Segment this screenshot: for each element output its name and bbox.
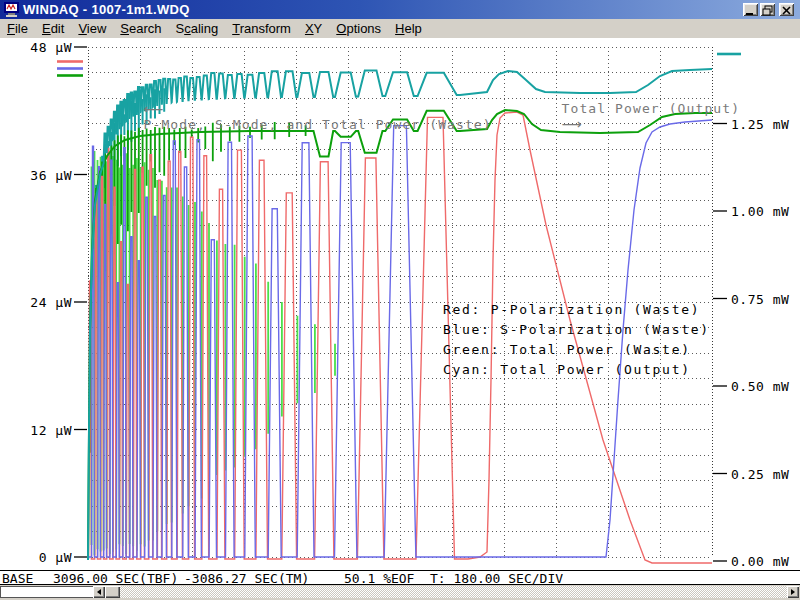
menu-file[interactable]: File [0,20,35,37]
event-marker-panel [0,586,94,598]
legend-row: Blue: S-Polarization (Waste) [443,322,710,342]
status-tm: -3086.27 SEC(TM) [184,571,309,586]
output-annotation: Total Power (Output) ⟶ [508,86,740,147]
menu-edit[interactable]: Edit [35,20,71,37]
chart-area: ⟵ P-Mode, S-Mode, and Total Power (Waste… [0,38,800,570]
title-bar: WINDAQ - 1007-1m1.WDQ [0,0,800,19]
scroll-left-button[interactable] [93,586,105,598]
menu-bar: FileEditViewSearchScalingTransformXYOpti… [0,19,800,39]
y-left-label: 24 µW [12,295,72,310]
legend-row: Red: P-Polarization (Waste) [443,302,710,322]
legend-row: Green: Total Power (Waste) [443,342,710,362]
restore-button[interactable] [760,3,775,16]
menu-scaling[interactable]: Scaling [169,20,226,37]
y-left-label: 48 µW [12,40,72,55]
windaq-window: WINDAQ - 1007-1m1.WDQ FileEditViewSearch… [0,0,800,600]
menu-transform[interactable]: Transform [225,20,298,37]
minimize-button[interactable] [743,3,758,16]
menu-options[interactable]: Options [329,20,388,37]
menu-xy[interactable]: XY [298,20,329,37]
status-timebase: T: 180.00 SEC/DIV [430,571,563,586]
left-arrow-icon [97,589,101,595]
y-right-label: 0.50 mW [731,379,789,394]
close-button[interactable] [779,3,794,16]
menu-view[interactable]: View [71,20,113,37]
horizontal-scrollbar [0,585,800,600]
status-bar: BASE 3096.00 SEC(TBF) -3086.27 SEC(TM) 5… [0,570,800,585]
app-icon [3,2,20,17]
waste-annotation: ⟵ P-Mode, S-Mode, and Total Power (Waste… [90,86,492,147]
y-right-label: 0.75 mW [731,291,789,306]
status-base-label: BASE [2,571,33,586]
y-left-label: 36 µW [12,167,72,182]
y-left-label: 0 µW [12,550,72,565]
scrollbar-thumb[interactable] [105,586,120,598]
y-left-label: 12 µW [12,422,72,437]
legend: Red: P-Polarization (Waste)Blue: S-Polar… [443,302,710,382]
scrollbar-track[interactable] [105,586,787,598]
window-title: WINDAQ - 1007-1m1.WDQ [23,2,190,17]
left-arrow-icon: ⟵ [144,101,164,117]
status-tbf: 3096.00 SEC(TBF) [53,571,178,586]
menu-search[interactable]: Search [113,20,168,37]
right-arrow-icon [791,589,795,595]
y-right-label: 0.00 mW [731,554,789,569]
y-right-label: 1.00 mW [731,204,789,219]
y-right-label: 1.25 mW [731,116,789,131]
scroll-right-button[interactable] [787,586,799,598]
menu-help[interactable]: Help [388,20,429,37]
right-arrow-icon: ⟶ [562,116,582,132]
legend-row: Cyan: Total Power (Output) [443,362,710,382]
status-eof: 50.1 %EOF [344,571,414,586]
y-right-label: 0.25 mW [731,466,789,481]
